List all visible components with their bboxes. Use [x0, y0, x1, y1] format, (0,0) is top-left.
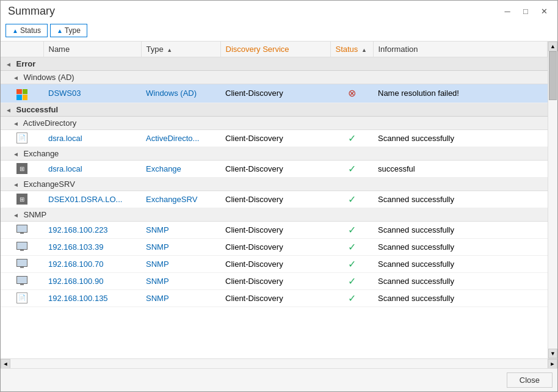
- row-name-cell: 192.168.100.70: [43, 255, 141, 272]
- row-status-cell: ✓: [330, 289, 373, 307]
- row-info-cell: Scanned successfully: [373, 191, 548, 208]
- row-type-cell: SNMP: [141, 221, 220, 238]
- sub-group-header-cell[interactable]: ◄ ActiveDirectory: [1, 116, 548, 129]
- sub-group-header-cell[interactable]: ◄ Exchange: [1, 147, 548, 160]
- table-row[interactable]: 192.168.100.70 SNMP Client-Discovery ✓ S…: [1, 255, 548, 272]
- group-header-row: ◄ Successful: [1, 103, 548, 116]
- row-icon-cell: [1, 272, 43, 289]
- row-status-cell: ✓: [330, 191, 373, 208]
- content-area: Name Type ▲ Discovery Service Status ▲ I…: [1, 42, 557, 358]
- snmp-monitor-icon: [16, 259, 27, 267]
- group-header-cell[interactable]: ◄ Successful: [1, 103, 548, 116]
- scroll-thumb[interactable]: [549, 51, 557, 100]
- sub-group-header-row: ◄ ActiveDirectory: [1, 116, 548, 129]
- bottom-bar: Close: [1, 368, 557, 391]
- sub-group-header-cell[interactable]: ◄ Windows (AD): [1, 71, 548, 84]
- col-header-info: Information: [373, 42, 548, 57]
- active-directory-icon: 📄: [16, 132, 27, 143]
- row-name-cell: 192.168.100.135: [43, 289, 141, 307]
- row-info-cell: successful: [373, 160, 548, 177]
- ok-status-icon: ✓: [348, 259, 356, 269]
- scroll-down-button[interactable]: ▼: [548, 349, 557, 358]
- scroll-up-button[interactable]: ▲: [548, 42, 557, 51]
- row-name-cell: 192.168.100.223: [43, 221, 141, 238]
- row-name-cell: DSWS03: [43, 84, 141, 103]
- row-status-cell: ✓: [330, 255, 373, 272]
- row-discovery-cell: Client-Discovery: [220, 238, 330, 255]
- window-close-button[interactable]: ✕: [535, 4, 553, 18]
- group-header-row: ◄ Error: [1, 57, 548, 71]
- snmp-monitor-icon: [16, 242, 27, 250]
- row-discovery-cell: Client-Discovery: [220, 289, 330, 307]
- row-info-cell: Name resolution failed!: [373, 84, 548, 103]
- group-type-label: Type: [65, 26, 81, 35]
- ok-status-icon: ✓: [348, 133, 356, 143]
- group-label: Successful: [16, 105, 59, 114]
- table-row[interactable]: ⊞ DSEX01.DSRA.LO... ExchangeSRV Client-D…: [1, 191, 548, 208]
- active-directory-icon: 📄: [16, 292, 27, 303]
- row-icon-cell: ⊞: [1, 191, 43, 208]
- table-row[interactable]: 192.168.100.223 SNMP Client-Discovery ✓ …: [1, 221, 548, 238]
- window-title: Summary: [8, 5, 55, 18]
- col-header-icon: [1, 42, 43, 57]
- sub-group-header-row: ◄ Exchange: [1, 147, 548, 160]
- row-discovery-cell: Client-Discovery: [220, 191, 330, 208]
- exchange-icon: ⊞: [16, 194, 27, 205]
- table-row[interactable]: 192.168.103.39 SNMP Client-Discovery ✓ S…: [1, 238, 548, 255]
- row-icon-cell: [1, 221, 43, 238]
- sub-collapse-arrow-icon: ◄: [13, 74, 19, 81]
- row-type-cell: SNMP: [141, 255, 220, 272]
- sub-collapse-arrow-icon: ◄: [13, 120, 19, 127]
- ok-status-icon: ✓: [348, 194, 356, 205]
- snmp-monitor-icon: [16, 276, 27, 284]
- ok-status-icon: ✓: [348, 276, 356, 286]
- col-header-discovery: Discovery Service: [220, 42, 330, 57]
- status-sort-icon: ▲: [361, 47, 367, 53]
- scroll-left-button[interactable]: ◄: [1, 359, 10, 369]
- sub-collapse-arrow-icon: ◄: [13, 151, 19, 158]
- table-row[interactable]: 📄 dsra.local ActiveDirecto... Client-Dis…: [1, 129, 548, 147]
- sub-collapse-arrow-icon: ◄: [13, 181, 19, 188]
- row-type-cell: SNMP: [141, 238, 220, 255]
- row-icon-cell: 📄: [1, 289, 43, 307]
- row-discovery-cell: Client-Discovery: [220, 160, 330, 177]
- sub-group-label: SNMP: [24, 210, 47, 219]
- table-container[interactable]: Name Type ▲ Discovery Service Status ▲ I…: [1, 42, 548, 358]
- group-by-status-button[interactable]: ▲ Status: [5, 24, 48, 37]
- maximize-button[interactable]: □: [517, 4, 534, 18]
- exchange-icon: ⊞: [16, 163, 27, 174]
- sub-group-header-cell[interactable]: ◄ ExchangeSRV: [1, 177, 548, 191]
- table-row[interactable]: 📄 192.168.100.135 SNMP Client-Discovery …: [1, 289, 548, 307]
- ok-status-icon: ✓: [348, 225, 356, 235]
- close-button[interactable]: Close: [507, 372, 553, 388]
- table-row[interactable]: 192.168.100.90 SNMP Client-Discovery ✓ S…: [1, 272, 548, 289]
- group-header-cell[interactable]: ◄ Error: [1, 57, 548, 71]
- table-row[interactable]: ⊞ dsra.local Exchange Client-Discovery ✓…: [1, 160, 548, 177]
- col-header-type: Type ▲: [141, 42, 220, 57]
- ok-status-icon: ✓: [348, 293, 356, 303]
- vertical-scrollbar[interactable]: ▲ ▼: [548, 42, 557, 358]
- col-header-status: Status ▲: [330, 42, 373, 57]
- row-status-cell: ✓: [330, 238, 373, 255]
- group-status-label: Status: [20, 26, 41, 35]
- horizontal-scrollbar[interactable]: ◄ ►: [1, 358, 557, 368]
- row-discovery-cell: Client-Discovery: [220, 272, 330, 289]
- row-discovery-cell: Client-Discovery: [220, 255, 330, 272]
- row-type-cell: Exchange: [141, 160, 220, 177]
- row-status-cell: ✓: [330, 272, 373, 289]
- sub-group-header-row: ◄ SNMP: [1, 208, 548, 221]
- collapse-arrow-icon: ◄: [5, 61, 12, 68]
- sub-group-header-cell[interactable]: ◄ SNMP: [1, 208, 548, 221]
- row-type-cell: Windows (AD): [141, 84, 220, 103]
- windows-logo-icon: [16, 89, 27, 100]
- sub-group-label: Exchange: [24, 149, 59, 158]
- minimize-button[interactable]: ─: [499, 4, 516, 18]
- group-by-type-button[interactable]: ▲ Type: [50, 24, 87, 37]
- table-row[interactable]: DSWS03 Windows (AD) Client-Discovery ⊗ N…: [1, 84, 548, 103]
- row-status-cell: ✓: [330, 160, 373, 177]
- row-discovery-cell: Client-Discovery: [220, 129, 330, 147]
- row-info-cell: Scanned successfully: [373, 221, 548, 238]
- error-status-icon: ⊗: [348, 88, 356, 98]
- scroll-right-button[interactable]: ►: [548, 359, 557, 369]
- toolbar: ▲ Status ▲ Type: [1, 20, 557, 42]
